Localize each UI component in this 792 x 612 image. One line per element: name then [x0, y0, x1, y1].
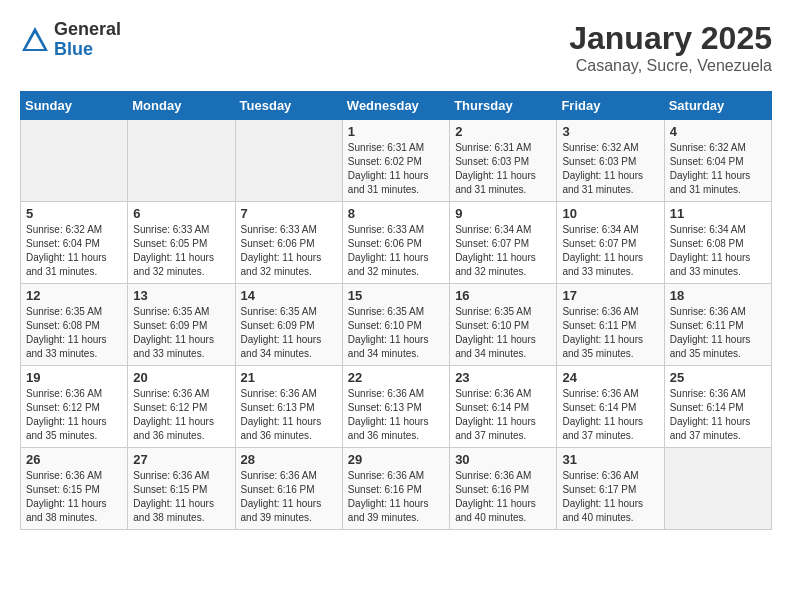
weekday-header-monday: Monday	[128, 92, 235, 120]
title-block: January 2025 Casanay, Sucre, Venezuela	[569, 20, 772, 75]
day-info: Sunrise: 6:35 AM Sunset: 6:10 PM Dayligh…	[348, 305, 444, 361]
day-info: Sunrise: 6:36 AM Sunset: 6:16 PM Dayligh…	[348, 469, 444, 525]
calendar-cell: 15Sunrise: 6:35 AM Sunset: 6:10 PM Dayli…	[342, 284, 449, 366]
logo-general-text: General	[54, 20, 121, 40]
calendar-cell: 14Sunrise: 6:35 AM Sunset: 6:09 PM Dayli…	[235, 284, 342, 366]
day-number: 16	[455, 288, 551, 303]
calendar-cell	[235, 120, 342, 202]
day-number: 15	[348, 288, 444, 303]
day-info: Sunrise: 6:33 AM Sunset: 6:05 PM Dayligh…	[133, 223, 229, 279]
day-info: Sunrise: 6:35 AM Sunset: 6:09 PM Dayligh…	[241, 305, 337, 361]
calendar-cell: 8Sunrise: 6:33 AM Sunset: 6:06 PM Daylig…	[342, 202, 449, 284]
day-number: 23	[455, 370, 551, 385]
calendar-cell: 23Sunrise: 6:36 AM Sunset: 6:14 PM Dayli…	[450, 366, 557, 448]
day-number: 6	[133, 206, 229, 221]
logo-blue-text: Blue	[54, 40, 121, 60]
day-number: 19	[26, 370, 122, 385]
day-number: 18	[670, 288, 766, 303]
weekday-header-saturday: Saturday	[664, 92, 771, 120]
day-info: Sunrise: 6:34 AM Sunset: 6:08 PM Dayligh…	[670, 223, 766, 279]
calendar-header: SundayMondayTuesdayWednesdayThursdayFrid…	[21, 92, 772, 120]
page-header: General Blue January 2025 Casanay, Sucre…	[20, 20, 772, 75]
day-info: Sunrise: 6:35 AM Sunset: 6:10 PM Dayligh…	[455, 305, 551, 361]
calendar-cell: 17Sunrise: 6:36 AM Sunset: 6:11 PM Dayli…	[557, 284, 664, 366]
day-info: Sunrise: 6:31 AM Sunset: 6:02 PM Dayligh…	[348, 141, 444, 197]
day-info: Sunrise: 6:34 AM Sunset: 6:07 PM Dayligh…	[562, 223, 658, 279]
weekday-header-sunday: Sunday	[21, 92, 128, 120]
day-number: 3	[562, 124, 658, 139]
day-number: 30	[455, 452, 551, 467]
logo-text: General Blue	[54, 20, 121, 60]
day-info: Sunrise: 6:32 AM Sunset: 6:04 PM Dayligh…	[670, 141, 766, 197]
day-info: Sunrise: 6:33 AM Sunset: 6:06 PM Dayligh…	[241, 223, 337, 279]
logo: General Blue	[20, 20, 121, 60]
day-number: 1	[348, 124, 444, 139]
calendar-cell: 25Sunrise: 6:36 AM Sunset: 6:14 PM Dayli…	[664, 366, 771, 448]
day-info: Sunrise: 6:31 AM Sunset: 6:03 PM Dayligh…	[455, 141, 551, 197]
calendar-cell: 6Sunrise: 6:33 AM Sunset: 6:05 PM Daylig…	[128, 202, 235, 284]
calendar-cell: 20Sunrise: 6:36 AM Sunset: 6:12 PM Dayli…	[128, 366, 235, 448]
calendar-cell: 31Sunrise: 6:36 AM Sunset: 6:17 PM Dayli…	[557, 448, 664, 530]
day-number: 12	[26, 288, 122, 303]
calendar-cell: 27Sunrise: 6:36 AM Sunset: 6:15 PM Dayli…	[128, 448, 235, 530]
calendar-cell: 30Sunrise: 6:36 AM Sunset: 6:16 PM Dayli…	[450, 448, 557, 530]
calendar-cell: 9Sunrise: 6:34 AM Sunset: 6:07 PM Daylig…	[450, 202, 557, 284]
day-number: 2	[455, 124, 551, 139]
day-number: 14	[241, 288, 337, 303]
calendar-cell: 29Sunrise: 6:36 AM Sunset: 6:16 PM Dayli…	[342, 448, 449, 530]
day-number: 29	[348, 452, 444, 467]
calendar-table: SundayMondayTuesdayWednesdayThursdayFrid…	[20, 91, 772, 530]
day-info: Sunrise: 6:36 AM Sunset: 6:17 PM Dayligh…	[562, 469, 658, 525]
day-info: Sunrise: 6:36 AM Sunset: 6:14 PM Dayligh…	[562, 387, 658, 443]
day-number: 26	[26, 452, 122, 467]
day-info: Sunrise: 6:36 AM Sunset: 6:15 PM Dayligh…	[133, 469, 229, 525]
day-number: 10	[562, 206, 658, 221]
day-number: 7	[241, 206, 337, 221]
day-info: Sunrise: 6:36 AM Sunset: 6:15 PM Dayligh…	[26, 469, 122, 525]
day-info: Sunrise: 6:36 AM Sunset: 6:13 PM Dayligh…	[241, 387, 337, 443]
day-info: Sunrise: 6:36 AM Sunset: 6:14 PM Dayligh…	[455, 387, 551, 443]
day-info: Sunrise: 6:34 AM Sunset: 6:07 PM Dayligh…	[455, 223, 551, 279]
calendar-week-row: 12Sunrise: 6:35 AM Sunset: 6:08 PM Dayli…	[21, 284, 772, 366]
weekday-header-wednesday: Wednesday	[342, 92, 449, 120]
weekday-header-thursday: Thursday	[450, 92, 557, 120]
day-info: Sunrise: 6:32 AM Sunset: 6:04 PM Dayligh…	[26, 223, 122, 279]
day-number: 24	[562, 370, 658, 385]
day-info: Sunrise: 6:36 AM Sunset: 6:11 PM Dayligh…	[562, 305, 658, 361]
day-number: 27	[133, 452, 229, 467]
day-number: 28	[241, 452, 337, 467]
weekday-header-row: SundayMondayTuesdayWednesdayThursdayFrid…	[21, 92, 772, 120]
day-info: Sunrise: 6:36 AM Sunset: 6:16 PM Dayligh…	[241, 469, 337, 525]
day-info: Sunrise: 6:36 AM Sunset: 6:12 PM Dayligh…	[133, 387, 229, 443]
day-number: 13	[133, 288, 229, 303]
calendar-cell: 13Sunrise: 6:35 AM Sunset: 6:09 PM Dayli…	[128, 284, 235, 366]
calendar-week-row: 1Sunrise: 6:31 AM Sunset: 6:02 PM Daylig…	[21, 120, 772, 202]
day-number: 8	[348, 206, 444, 221]
day-number: 9	[455, 206, 551, 221]
calendar-cell: 21Sunrise: 6:36 AM Sunset: 6:13 PM Dayli…	[235, 366, 342, 448]
month-title: January 2025	[569, 20, 772, 57]
calendar-week-row: 19Sunrise: 6:36 AM Sunset: 6:12 PM Dayli…	[21, 366, 772, 448]
day-number: 4	[670, 124, 766, 139]
day-number: 25	[670, 370, 766, 385]
day-info: Sunrise: 6:36 AM Sunset: 6:11 PM Dayligh…	[670, 305, 766, 361]
calendar-cell: 3Sunrise: 6:32 AM Sunset: 6:03 PM Daylig…	[557, 120, 664, 202]
calendar-cell: 16Sunrise: 6:35 AM Sunset: 6:10 PM Dayli…	[450, 284, 557, 366]
calendar-cell: 10Sunrise: 6:34 AM Sunset: 6:07 PM Dayli…	[557, 202, 664, 284]
calendar-cell: 19Sunrise: 6:36 AM Sunset: 6:12 PM Dayli…	[21, 366, 128, 448]
calendar-cell: 26Sunrise: 6:36 AM Sunset: 6:15 PM Dayli…	[21, 448, 128, 530]
calendar-cell: 24Sunrise: 6:36 AM Sunset: 6:14 PM Dayli…	[557, 366, 664, 448]
calendar-cell: 28Sunrise: 6:36 AM Sunset: 6:16 PM Dayli…	[235, 448, 342, 530]
day-info: Sunrise: 6:36 AM Sunset: 6:14 PM Dayligh…	[670, 387, 766, 443]
logo-icon	[20, 25, 50, 55]
calendar-cell: 5Sunrise: 6:32 AM Sunset: 6:04 PM Daylig…	[21, 202, 128, 284]
calendar-cell: 2Sunrise: 6:31 AM Sunset: 6:03 PM Daylig…	[450, 120, 557, 202]
calendar-cell	[128, 120, 235, 202]
calendar-cell: 4Sunrise: 6:32 AM Sunset: 6:04 PM Daylig…	[664, 120, 771, 202]
day-number: 5	[26, 206, 122, 221]
calendar-cell: 22Sunrise: 6:36 AM Sunset: 6:13 PM Dayli…	[342, 366, 449, 448]
calendar-body: 1Sunrise: 6:31 AM Sunset: 6:02 PM Daylig…	[21, 120, 772, 530]
day-info: Sunrise: 6:36 AM Sunset: 6:16 PM Dayligh…	[455, 469, 551, 525]
day-number: 22	[348, 370, 444, 385]
day-info: Sunrise: 6:36 AM Sunset: 6:13 PM Dayligh…	[348, 387, 444, 443]
